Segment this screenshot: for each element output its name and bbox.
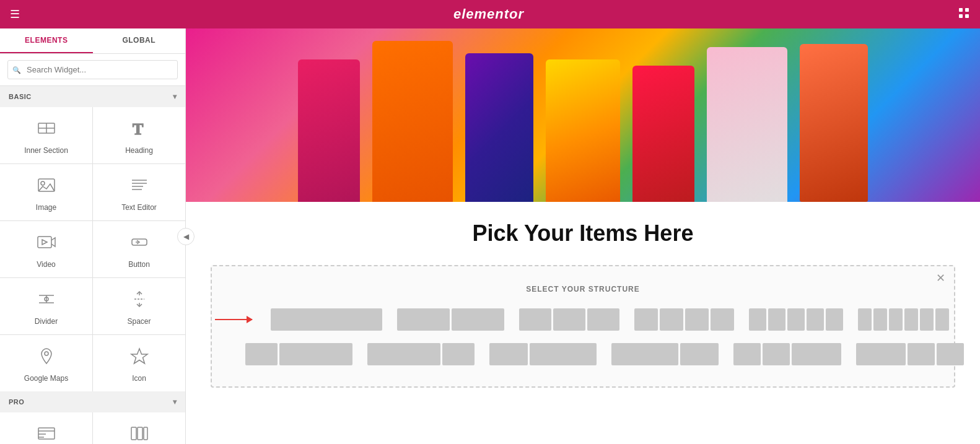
struct-block: [489, 343, 528, 365]
struct-block: [749, 308, 766, 331]
svg-rect-3: [965, 14, 969, 18]
structure-row-1: [215, 306, 952, 333]
structure-option-2-1[interactable]: [609, 341, 721, 368]
widget-pro-2[interactable]: [93, 412, 185, 444]
section-pro-header[interactable]: PRO ▾: [0, 391, 185, 412]
struct-block: [553, 308, 585, 331]
structure-option-1-3[interactable]: [243, 341, 355, 368]
structure-option-3col[interactable]: [517, 306, 622, 333]
shopping-bag-7: [800, 44, 868, 202]
structure-title: SELECT YOUR STRUCTURE: [230, 285, 935, 294]
widget-video[interactable]: Video: [0, 221, 92, 277]
structure-row-2: [243, 341, 966, 368]
structure-option-6col[interactable]: [855, 306, 952, 333]
section-basic-label: BASIC: [9, 93, 32, 100]
structure-option-1-2[interactable]: [487, 341, 599, 368]
page-heading: Pick Your Items Here: [186, 202, 980, 259]
struct-block: [792, 343, 841, 365]
widget-google-maps[interactable]: Google Maps: [0, 335, 92, 391]
structure-option-5col[interactable]: [746, 306, 846, 333]
widget-image-label: Image: [36, 203, 56, 212]
structure-option-2-1-1[interactable]: [854, 341, 966, 368]
struct-block: [889, 308, 903, 331]
struct-block: [685, 308, 709, 331]
struct-block: [271, 308, 382, 331]
hamburger-icon[interactable]: ☰: [10, 7, 20, 21]
pro-widget-1-icon: [37, 424, 56, 444]
struct-block: [397, 308, 450, 331]
widget-button-label: Button: [128, 260, 150, 269]
svg-point-26: [45, 352, 48, 355]
widget-divider-label: Divider: [35, 317, 58, 326]
struct-block: [768, 308, 785, 331]
tab-elements[interactable]: ELEMENTS: [0, 28, 93, 53]
struct-block: [763, 343, 790, 365]
shopping-bag-6: [707, 47, 787, 202]
struct-block: [530, 343, 597, 365]
svg-rect-33: [138, 427, 142, 440]
struct-block: [452, 308, 504, 331]
icon-widget-icon: [129, 346, 149, 369]
widget-inner-section[interactable]: Inner Section: [0, 107, 92, 163]
svg-rect-1: [965, 8, 969, 12]
struct-block: [442, 343, 475, 365]
widget-icon[interactable]: Icon: [93, 335, 185, 391]
struct-block: [937, 343, 964, 365]
struct-block: [807, 308, 824, 331]
struct-block: [660, 308, 683, 331]
top-bar: ☰ elementor: [0, 0, 980, 28]
struct-block: [904, 308, 918, 331]
shopping-bag-1: [298, 59, 360, 202]
widget-spacer[interactable]: Spacer: [93, 278, 185, 334]
widget-icon-label: Icon: [132, 374, 146, 383]
section-basic-header[interactable]: BASIC ▾: [0, 86, 185, 107]
struct-block: [587, 308, 619, 331]
sidebar-tabs: ELEMENTS GLOBAL: [0, 28, 185, 54]
widget-google-maps-label: Google Maps: [24, 374, 68, 383]
search-input[interactable]: [7, 60, 178, 79]
structure-option-3-1[interactable]: [365, 341, 477, 368]
struct-block: [787, 308, 805, 331]
widget-button[interactable]: Button: [93, 221, 185, 277]
section-pro-label: PRO: [9, 398, 24, 406]
grid-icon[interactable]: [958, 7, 970, 22]
inner-section-icon: [37, 118, 56, 141]
widget-image[interactable]: Image: [0, 164, 92, 220]
struct-block: [935, 308, 949, 331]
tab-global[interactable]: GLOBAL: [93, 28, 186, 53]
svg-rect-8: [38, 179, 55, 191]
search-wrapper: [7, 60, 178, 79]
widget-divider[interactable]: Divider: [0, 278, 92, 334]
content-area: Pick Your Items Here ✕ SELECT YOUR STRUC…: [186, 28, 980, 444]
struct-block: [711, 308, 734, 331]
structure-option-4col[interactable]: [632, 306, 737, 333]
structure-option-1-1-2[interactable]: [731, 341, 844, 368]
structure-rows: [230, 306, 935, 368]
chevron-down-icon-pro: ▾: [173, 398, 177, 406]
video-icon: [37, 232, 56, 255]
structure-option-2col[interactable]: [395, 306, 507, 333]
button-icon: [129, 232, 149, 255]
structure-option-1col[interactable]: [268, 306, 385, 333]
shopping-bag-3: [465, 53, 533, 202]
shopping-bag-5: [632, 66, 694, 202]
bags-container: [186, 28, 980, 202]
struct-block: [856, 343, 906, 365]
widget-text-editor[interactable]: Text Editor: [93, 164, 185, 220]
structure-close-button[interactable]: ✕: [936, 272, 945, 284]
widget-pro-1[interactable]: [0, 412, 92, 444]
struct-block: [611, 343, 678, 365]
struct-block: [858, 308, 872, 331]
elementor-logo: elementor: [453, 6, 524, 22]
svg-rect-14: [38, 237, 51, 248]
struct-block: [873, 308, 887, 331]
widget-heading[interactable]: T Heading: [93, 107, 185, 163]
shopping-bag-4: [546, 59, 620, 202]
struct-block: [920, 308, 934, 331]
svg-rect-2: [959, 14, 963, 18]
shopping-bag-2: [372, 41, 453, 202]
svg-rect-34: [144, 427, 147, 440]
spacer-icon: [129, 289, 149, 312]
collapse-sidebar-button[interactable]: ◀: [177, 228, 195, 245]
widget-video-label: Video: [37, 260, 55, 269]
